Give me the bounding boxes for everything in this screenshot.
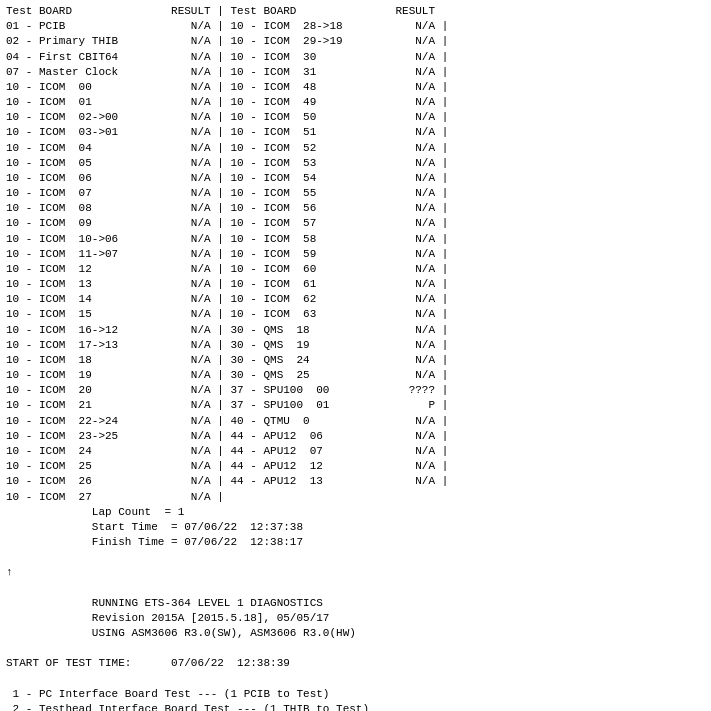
results-block: Test BOARD RESULT | Test BOARD RESULT 01…: [6, 4, 705, 711]
main-container: Test BOARD RESULT | Test BOARD RESULT 01…: [0, 0, 711, 711]
